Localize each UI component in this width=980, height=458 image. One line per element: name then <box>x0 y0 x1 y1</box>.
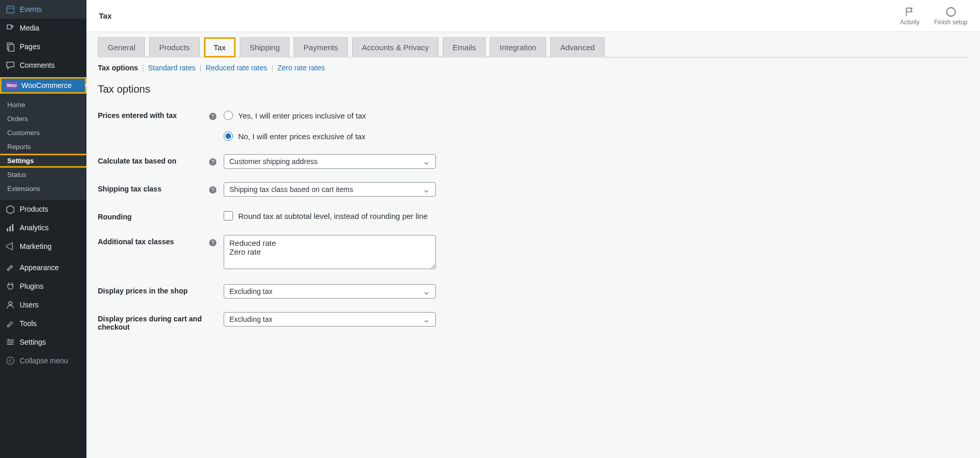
comment-icon <box>5 60 16 70</box>
tax-subtabs: Tax options | Standard rates | Reduced r… <box>98 64 969 72</box>
label-shipping-class: Shipping tax class <box>98 182 209 193</box>
megaphone-icon <box>5 241 16 252</box>
svg-rect-4 <box>7 228 8 231</box>
select-value: Excluding tax <box>229 287 272 296</box>
submenu-extensions[interactable]: Extensions <box>0 182 86 196</box>
submenu-reports[interactable]: Reports <box>0 140 86 154</box>
subtab-tax-options[interactable]: Tax options <box>98 64 138 72</box>
subtab-reduced-rates[interactable]: Reduced rate rates <box>206 64 267 72</box>
tab-accounts[interactable]: Accounts & Privacy <box>352 37 438 57</box>
media-icon <box>5 23 16 33</box>
svg-point-12 <box>946 7 955 16</box>
svg-rect-3 <box>9 45 14 51</box>
submenu-customers[interactable]: Customers <box>0 126 86 140</box>
svg-point-11 <box>7 357 14 364</box>
help-icon[interactable]: ? <box>209 113 216 120</box>
svg-point-7 <box>9 302 12 305</box>
submenu-settings[interactable]: Settings <box>0 154 88 168</box>
menu-label: Media <box>20 24 39 32</box>
tab-tax[interactable]: Tax <box>204 37 236 57</box>
select-display-cart[interactable]: Excluding tax <box>224 312 436 327</box>
select-value: Customer shipping address <box>229 157 317 166</box>
select-value: Shipping tax class based on cart items <box>229 185 353 194</box>
section-heading: Tax options <box>98 83 969 95</box>
sidebar-item-woocommerce[interactable]: Woo WooCommerce <box>0 77 86 94</box>
tab-shipping[interactable]: Shipping <box>240 37 289 57</box>
radio-label: No, I will enter prices exclusive of tax <box>238 132 365 141</box>
radio-label: Yes, I will enter prices inclusive of ta… <box>238 111 366 120</box>
sidebar-item-comments[interactable]: Comments <box>0 56 86 75</box>
select-calculate-tax[interactable]: Customer shipping address <box>224 154 436 169</box>
submenu-orders[interactable]: Orders <box>0 112 86 126</box>
subtab-standard-rates[interactable]: Standard rates <box>148 64 196 72</box>
help-icon[interactable]: ? <box>209 186 216 194</box>
wrench-icon <box>5 318 16 329</box>
select-display-shop[interactable]: Excluding tax <box>224 284 436 299</box>
finish-setup-button[interactable]: Finish setup <box>934 6 968 26</box>
select-value: Excluding tax <box>229 315 272 323</box>
svg-point-8 <box>8 339 10 341</box>
tab-products[interactable]: Products <box>149 37 199 57</box>
sidebar-item-pages[interactable]: Pages <box>0 37 86 56</box>
menu-label: Pages <box>20 42 40 51</box>
svg-point-10 <box>9 344 11 345</box>
sidebar-item-appearance[interactable]: Appearance <box>0 258 86 277</box>
tab-payments[interactable]: Payments <box>294 37 348 57</box>
settings-tabs: General Products Tax Shipping Payments A… <box>98 37 969 57</box>
svg-point-9 <box>11 342 13 343</box>
menu-label: Users <box>20 301 39 309</box>
pages-icon <box>5 41 16 52</box>
sidebar-collapse[interactable]: Collapse menu <box>0 351 86 370</box>
textarea-tax-classes[interactable] <box>224 235 436 269</box>
submenu-status[interactable]: Status <box>0 168 86 182</box>
sidebar-item-analytics[interactable]: Analytics <box>0 218 86 237</box>
radio-exclusive[interactable] <box>224 131 233 141</box>
menu-label: Appearance <box>20 263 59 272</box>
radio-inclusive[interactable] <box>224 111 233 120</box>
sidebar-item-products[interactable]: Products <box>0 200 86 218</box>
help-icon[interactable]: ? <box>209 239 216 246</box>
menu-label: Products <box>20 205 48 213</box>
tab-integration[interactable]: Integration <box>490 37 546 57</box>
tab-emails[interactable]: Emails <box>443 37 486 57</box>
header-action-label: Activity <box>900 19 919 26</box>
label-rounding: Rounding <box>98 210 209 221</box>
svg-rect-6 <box>12 224 13 231</box>
select-shipping-class[interactable]: Shipping tax class based on cart items <box>224 182 436 197</box>
sliders-icon <box>5 337 16 347</box>
subtab-zero-rates[interactable]: Zero rate rates <box>277 64 325 72</box>
sidebar-item-users[interactable]: Users <box>0 296 86 314</box>
submenu-home[interactable]: Home <box>0 98 86 112</box>
menu-label: Settings <box>20 338 46 346</box>
menu-label: Collapse menu <box>20 357 68 365</box>
checkbox-label: Round tax at subtotal level, instead of … <box>238 212 428 220</box>
sidebar-item-events[interactable]: Events <box>0 0 86 19</box>
label-display-cart: Display prices during cart and checkout <box>98 312 209 331</box>
menu-label: Analytics <box>20 224 49 232</box>
sidebar-item-marketing[interactable]: Marketing <box>0 237 86 256</box>
tab-advanced[interactable]: Advanced <box>550 37 605 57</box>
sidebar-item-plugins[interactable]: Plugins <box>0 277 86 296</box>
activity-button[interactable]: Activity <box>900 6 919 26</box>
page-header: Tax Activity Finish setup <box>86 0 980 32</box>
sidebar-item-tools[interactable]: Tools <box>0 314 86 333</box>
sidebar-item-media[interactable]: Media <box>0 19 86 37</box>
label-additional-classes: Additional tax classes <box>98 235 209 246</box>
checkbox-rounding[interactable] <box>224 211 233 220</box>
menu-label: Tools <box>20 319 37 328</box>
user-icon <box>5 300 16 310</box>
admin-sidebar: Events Media Pages Comments Woo WooComme… <box>0 0 86 458</box>
calendar-icon <box>5 4 16 14</box>
help-icon[interactable]: ? <box>209 158 216 166</box>
menu-label: Comments <box>20 61 55 69</box>
svg-rect-0 <box>7 6 14 13</box>
brush-icon <box>5 262 16 273</box>
sidebar-item-settings[interactable]: Settings <box>0 333 86 351</box>
woo-icon: Woo <box>5 82 18 89</box>
products-icon <box>5 204 16 214</box>
menu-label: WooCommerce <box>21 81 71 90</box>
header-action-label: Finish setup <box>934 19 968 26</box>
label-calculate-tax: Calculate tax based on <box>98 154 209 165</box>
tab-general[interactable]: General <box>98 37 145 57</box>
page-title: Tax <box>99 11 112 20</box>
